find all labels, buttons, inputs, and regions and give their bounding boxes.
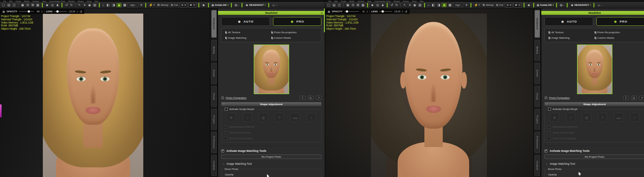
home-camera-icon[interactable]: ⌂: [427, 4, 430, 7]
sculpt-option[interactable]: Zoom to Focus Area: [547, 137, 642, 140]
redo-icon[interactable]: ↻: [70, 4, 73, 7]
side-tab[interactable]: Preference: [211, 132, 217, 152]
option-checkbox[interactable]: ✓: [224, 131, 227, 134]
pose-tool-icon[interactable]: ♟: [381, 4, 385, 7]
lens-slider[interactable]: [379, 11, 392, 12]
hand-gizmo-icon[interactable]: ☛M: [514, 3, 522, 7]
quality-dropdown[interactable]: High▾: [453, 3, 463, 7]
select-arrow-icon[interactable]: ↖: [78, 4, 81, 7]
side-tab[interactable]: Content: [535, 155, 540, 176]
camera-view-icon[interactable]: ▣: [117, 3, 121, 7]
brightness-icon[interactable]: ☀: [464, 4, 469, 7]
sculpt-eye-icon[interactable]: ◉: [259, 113, 268, 122]
menu-item[interactable]: Create: [15, 0, 21, 2]
image-matching-tool-header[interactable]: − Image Matching Tool: [545, 162, 644, 165]
face-tools-icon[interactable]: ☺»: [271, 4, 278, 7]
shape-adjustment-header[interactable]: − Shape Adjustment: [221, 102, 321, 106]
opacity-slider-knob[interactable]: [346, 10, 348, 13]
projection-cube-icon[interactable]: ▣: [327, 10, 330, 13]
import-character-icon[interactable]: ▣: [20, 4, 24, 7]
shape-adjustment-header[interactable]: − Shape Adjustment: [545, 102, 644, 106]
save-project-icon[interactable]: ◫: [337, 4, 341, 7]
option-checkbox[interactable]: ✓: [547, 131, 550, 134]
atmosphere-icon[interactable]: ⚙Atmosp: [482, 4, 494, 7]
headshot-plugin-button[interactable]: ☻HEADSHOT»: [244, 4, 266, 7]
panel-title-bar[interactable]: Headshot ⊙: [218, 11, 325, 15]
export-right-icon[interactable]: ⊠: [356, 4, 360, 7]
headshot-plugin-button[interactable]: ☻HEADSHOT»: [570, 4, 592, 7]
preview-icon[interactable]: ⚡F: [473, 4, 481, 7]
option-checkbox[interactable]: ✓: [224, 125, 227, 128]
reproject-photo-button[interactable]: Re-Project Photo: [221, 154, 321, 159]
opacity-slider[interactable]: [344, 11, 359, 12]
sculpt-mouth-icon[interactable]: ▬: [614, 113, 623, 122]
stage-box-icon[interactable]: ▩: [122, 4, 127, 7]
new-file-icon[interactable]: ▢: [1, 4, 5, 7]
undo-icon[interactable]: ↺: [390, 4, 393, 7]
side-tab[interactable]: Content: [211, 155, 217, 176]
menu-item[interactable]: View: [42, 0, 46, 2]
side-tab[interactable]: Preference: [535, 132, 540, 152]
move-tool-icon[interactable]: ✛: [82, 4, 86, 7]
render-image-icon[interactable]: ▦: [361, 4, 365, 7]
load-photo-button[interactable]: ↧: [300, 96, 305, 100]
side-tab[interactable]: Visual: [535, 86, 540, 107]
export-down-icon[interactable]: ⊟: [351, 4, 355, 7]
side-tab[interactable]: Scene: [211, 63, 217, 84]
stage-box-icon[interactable]: ▩: [448, 4, 452, 7]
menu-item[interactable]: Customization Tools: [49, 0, 65, 2]
new-file-icon[interactable]: ▢: [327, 4, 331, 7]
opacity-slider[interactable]: [19, 11, 34, 12]
opacity-stepper[interactable]: ▲▼: [366, 10, 368, 13]
rotate-tool-icon[interactable]: ◉: [413, 4, 417, 7]
image-matching-tool-header[interactable]: − Image Matching Tool: [221, 162, 321, 165]
camera-reset-icon[interactable]: ↺: [80, 10, 82, 13]
side-tab[interactable]: Project: [211, 109, 217, 130]
sculpt-face-icon[interactable]: ☻: [227, 113, 236, 122]
opacity-slider-knob[interactable]: [28, 10, 30, 13]
sculpt-head-icon[interactable]: ☺: [243, 113, 252, 122]
menu-item[interactable]: Edit: [335, 0, 337, 2]
quality-dropdown[interactable]: High▾: [128, 3, 138, 7]
option-checkbox[interactable]: [547, 137, 550, 140]
menu-item[interactable]: Help: [95, 0, 98, 2]
home-camera-icon[interactable]: ⌂: [102, 4, 105, 7]
menu-item[interactable]: Script: [412, 0, 417, 2]
menu-item[interactable]: Animate: [33, 0, 39, 2]
menu-item[interactable]: File: [328, 0, 331, 2]
collapse-icon[interactable]: −: [546, 162, 548, 165]
viewport-3d-right[interactable]: ▣ OPACITY 11 ▲▼ LENS 13.29 ▲▼ ↺ Project …: [325, 8, 533, 177]
menu-item[interactable]: Plugins: [403, 0, 409, 2]
sculpt-body-icon[interactable]: ✛: [275, 113, 284, 122]
hand-gizmo-icon[interactable]: ☛M: [188, 3, 196, 7]
preview-icon[interactable]: ⚡F: [148, 4, 156, 7]
frame-portrait-icon[interactable]: ◧: [431, 4, 435, 7]
save-preset-button[interactable]: ◫: [631, 96, 637, 100]
lens-slider-knob[interactable]: [56, 10, 59, 13]
side-tab[interactable]: Headshot: [535, 10, 540, 38]
photo-preparation-link[interactable]: Photo Preparation: [226, 96, 247, 99]
menu-item[interactable]: File: [3, 0, 6, 2]
sculpt-body-icon[interactable]: ✛: [598, 113, 607, 122]
select-arrow-icon[interactable]: ↖: [403, 4, 407, 7]
side-tab[interactable]: Modify: [211, 40, 217, 61]
auto-mode-button[interactable]: ☻ AUTO: [545, 17, 593, 26]
collapse-icon[interactable]: −: [546, 102, 548, 106]
frame-portrait-icon[interactable]: ◧: [106, 4, 110, 7]
light-tool-icon[interactable]: ◍»: [559, 4, 565, 7]
orbit-camera-icon[interactable]: ◎: [376, 4, 380, 7]
light-tool-icon[interactable]: ◍»: [234, 4, 240, 7]
lens-stepper[interactable]: ▲▼: [77, 10, 78, 13]
frame-split-icon[interactable]: ◨: [111, 4, 116, 7]
option-checkbox[interactable]: [224, 137, 227, 140]
instalod-button[interactable]: ◉InstaLOD▾: [536, 4, 554, 7]
frame-split-icon[interactable]: ◨: [437, 4, 441, 7]
scale-tool-icon[interactable]: ▧: [418, 4, 422, 7]
pro-mode-button[interactable]: ☻ PRO: [596, 17, 644, 26]
viewport-3d-left[interactable]: ▣ OPACITY 66 ▲▼ LENS 13.29 ▲▼ ↺ Project …: [0, 8, 210, 177]
side-tab[interactable]: Visual: [211, 86, 217, 107]
side-tab[interactable]: Project: [535, 109, 540, 130]
pose-tool-icon[interactable]: ♟: [55, 4, 60, 7]
motion-live-icon[interactable]: ≋M: [180, 3, 187, 7]
option-checkbox[interactable]: ✓: [547, 125, 550, 128]
